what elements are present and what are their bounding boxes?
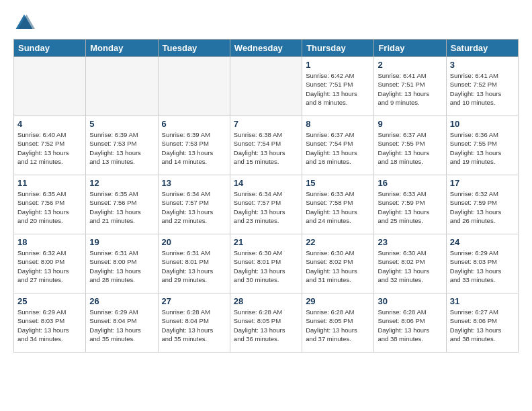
day-number: 3 [450, 60, 515, 70]
calendar-cell: 7Sunrise: 6:38 AM Sunset: 7:54 PM Daylig… [230, 116, 302, 175]
logo [13, 12, 38, 34]
day-info: Sunrise: 6:35 AM Sunset: 7:56 PM Dayligh… [89, 189, 154, 225]
day-number: 9 [378, 119, 442, 129]
calendar-cell: 8Sunrise: 6:37 AM Sunset: 7:54 PM Daylig… [302, 116, 374, 175]
day-info: Sunrise: 6:42 AM Sunset: 7:51 PM Dayligh… [306, 71, 370, 107]
calendar-cell: 17Sunrise: 6:32 AM Sunset: 7:59 PM Dayli… [446, 175, 518, 234]
day-number: 31 [450, 296, 515, 306]
day-number: 12 [89, 178, 154, 188]
calendar-cell: 12Sunrise: 6:35 AM Sunset: 7:56 PM Dayli… [86, 175, 158, 234]
day-number: 15 [306, 178, 370, 188]
day-info: Sunrise: 6:29 AM Sunset: 8:04 PM Dayligh… [89, 308, 154, 343]
logo-icon [13, 12, 35, 34]
page: SundayMondayTuesdayWednesdayThursdayFrid… [0, 0, 532, 411]
day-info: Sunrise: 6:41 AM Sunset: 7:51 PM Dayligh… [378, 71, 442, 107]
day-number: 22 [306, 237, 370, 247]
calendar-cell: 14Sunrise: 6:34 AM Sunset: 7:57 PM Dayli… [230, 175, 302, 234]
calendar-header-monday: Monday [86, 40, 158, 57]
day-info: Sunrise: 6:32 AM Sunset: 7:59 PM Dayligh… [450, 189, 515, 225]
calendar-cell: 30Sunrise: 6:28 AM Sunset: 8:06 PM Dayli… [374, 293, 446, 353]
day-info: Sunrise: 6:27 AM Sunset: 8:06 PM Dayligh… [450, 308, 515, 343]
day-number: 8 [306, 119, 370, 129]
calendar-header-tuesday: Tuesday [158, 40, 230, 57]
day-info: Sunrise: 6:37 AM Sunset: 7:54 PM Dayligh… [306, 130, 370, 166]
day-number: 1 [306, 60, 370, 70]
calendar-header-wednesday: Wednesday [230, 40, 302, 57]
calendar-cell: 27Sunrise: 6:28 AM Sunset: 8:04 PM Dayli… [158, 293, 230, 353]
day-info: Sunrise: 6:30 AM Sunset: 8:02 PM Dayligh… [378, 248, 442, 284]
day-info: Sunrise: 6:30 AM Sunset: 8:02 PM Dayligh… [306, 248, 370, 284]
calendar-cell [14, 57, 86, 116]
day-number: 13 [162, 178, 226, 188]
calendar-cell: 25Sunrise: 6:29 AM Sunset: 8:03 PM Dayli… [14, 293, 86, 353]
calendar-cell: 13Sunrise: 6:34 AM Sunset: 7:57 PM Dayli… [158, 175, 230, 234]
calendar-cell: 18Sunrise: 6:32 AM Sunset: 8:00 PM Dayli… [14, 234, 86, 293]
calendar-week-row: 25Sunrise: 6:29 AM Sunset: 8:03 PM Dayli… [14, 293, 519, 353]
day-info: Sunrise: 6:32 AM Sunset: 8:00 PM Dayligh… [17, 248, 82, 284]
calendar-cell: 2Sunrise: 6:41 AM Sunset: 7:51 PM Daylig… [374, 57, 446, 116]
calendar-cell: 9Sunrise: 6:37 AM Sunset: 7:55 PM Daylig… [374, 116, 446, 175]
calendar-cell: 21Sunrise: 6:30 AM Sunset: 8:01 PM Dayli… [230, 234, 302, 293]
day-number: 24 [450, 237, 515, 247]
calendar-header-friday: Friday [374, 40, 446, 57]
day-number: 27 [162, 296, 226, 306]
calendar-table: SundayMondayTuesdayWednesdayThursdayFrid… [13, 39, 519, 353]
day-number: 6 [162, 119, 226, 129]
calendar-cell: 5Sunrise: 6:39 AM Sunset: 7:53 PM Daylig… [86, 116, 158, 175]
calendar-cell: 1Sunrise: 6:42 AM Sunset: 7:51 PM Daylig… [302, 57, 374, 116]
calendar-header-saturday: Saturday [446, 40, 518, 57]
calendar-week-row: 18Sunrise: 6:32 AM Sunset: 8:00 PM Dayli… [14, 234, 519, 293]
calendar-week-row: 1Sunrise: 6:42 AM Sunset: 7:51 PM Daylig… [14, 57, 519, 116]
day-info: Sunrise: 6:30 AM Sunset: 8:01 PM Dayligh… [234, 248, 298, 284]
calendar-cell: 31Sunrise: 6:27 AM Sunset: 8:06 PM Dayli… [446, 293, 518, 353]
day-info: Sunrise: 6:34 AM Sunset: 7:57 PM Dayligh… [162, 189, 226, 225]
day-info: Sunrise: 6:29 AM Sunset: 8:03 PM Dayligh… [17, 308, 82, 343]
day-info: Sunrise: 6:28 AM Sunset: 8:06 PM Dayligh… [378, 308, 442, 343]
calendar-cell: 26Sunrise: 6:29 AM Sunset: 8:04 PM Dayli… [86, 293, 158, 353]
day-info: Sunrise: 6:40 AM Sunset: 7:52 PM Dayligh… [17, 130, 82, 166]
day-info: Sunrise: 6:29 AM Sunset: 8:03 PM Dayligh… [450, 248, 515, 284]
calendar-cell [158, 57, 230, 116]
day-number: 25 [17, 296, 82, 306]
calendar-cell: 29Sunrise: 6:28 AM Sunset: 8:05 PM Dayli… [302, 293, 374, 353]
day-info: Sunrise: 6:28 AM Sunset: 8:05 PM Dayligh… [306, 308, 370, 343]
day-info: Sunrise: 6:31 AM Sunset: 8:00 PM Dayligh… [89, 248, 154, 284]
day-number: 19 [89, 237, 154, 247]
day-number: 29 [306, 296, 370, 306]
calendar-header-sunday: Sunday [14, 40, 86, 57]
day-info: Sunrise: 6:33 AM Sunset: 7:58 PM Dayligh… [306, 189, 370, 225]
calendar-cell: 6Sunrise: 6:39 AM Sunset: 7:53 PM Daylig… [158, 116, 230, 175]
day-info: Sunrise: 6:39 AM Sunset: 7:53 PM Dayligh… [89, 130, 154, 166]
calendar-cell: 20Sunrise: 6:31 AM Sunset: 8:01 PM Dayli… [158, 234, 230, 293]
calendar-cell: 3Sunrise: 6:41 AM Sunset: 7:52 PM Daylig… [446, 57, 518, 116]
day-info: Sunrise: 6:33 AM Sunset: 7:59 PM Dayligh… [378, 189, 442, 225]
calendar-cell: 4Sunrise: 6:40 AM Sunset: 7:52 PM Daylig… [14, 116, 86, 175]
day-number: 18 [17, 237, 82, 247]
day-number: 23 [378, 237, 442, 247]
calendar-cell [86, 57, 158, 116]
calendar-cell: 15Sunrise: 6:33 AM Sunset: 7:58 PM Dayli… [302, 175, 374, 234]
day-info: Sunrise: 6:37 AM Sunset: 7:55 PM Dayligh… [378, 130, 442, 166]
day-number: 30 [378, 296, 442, 306]
day-info: Sunrise: 6:28 AM Sunset: 8:05 PM Dayligh… [234, 308, 298, 343]
calendar-cell: 22Sunrise: 6:30 AM Sunset: 8:02 PM Dayli… [302, 234, 374, 293]
calendar-cell: 24Sunrise: 6:29 AM Sunset: 8:03 PM Dayli… [446, 234, 518, 293]
calendar-week-row: 11Sunrise: 6:35 AM Sunset: 7:56 PM Dayli… [14, 175, 519, 234]
day-number: 16 [378, 178, 442, 188]
calendar-cell: 23Sunrise: 6:30 AM Sunset: 8:02 PM Dayli… [374, 234, 446, 293]
day-number: 21 [234, 237, 298, 247]
calendar-week-row: 4Sunrise: 6:40 AM Sunset: 7:52 PM Daylig… [14, 116, 519, 175]
day-info: Sunrise: 6:38 AM Sunset: 7:54 PM Dayligh… [234, 130, 298, 166]
day-number: 4 [17, 119, 82, 129]
day-info: Sunrise: 6:39 AM Sunset: 7:53 PM Dayligh… [162, 130, 226, 166]
calendar-cell: 16Sunrise: 6:33 AM Sunset: 7:59 PM Dayli… [374, 175, 446, 234]
day-number: 28 [234, 296, 298, 306]
day-number: 5 [89, 119, 154, 129]
day-number: 10 [450, 119, 515, 129]
header [13, 12, 519, 34]
day-info: Sunrise: 6:35 AM Sunset: 7:56 PM Dayligh… [17, 189, 82, 225]
calendar-cell: 19Sunrise: 6:31 AM Sunset: 8:00 PM Dayli… [86, 234, 158, 293]
day-number: 20 [162, 237, 226, 247]
calendar-header-row: SundayMondayTuesdayWednesdayThursdayFrid… [14, 40, 519, 57]
day-number: 14 [234, 178, 298, 188]
